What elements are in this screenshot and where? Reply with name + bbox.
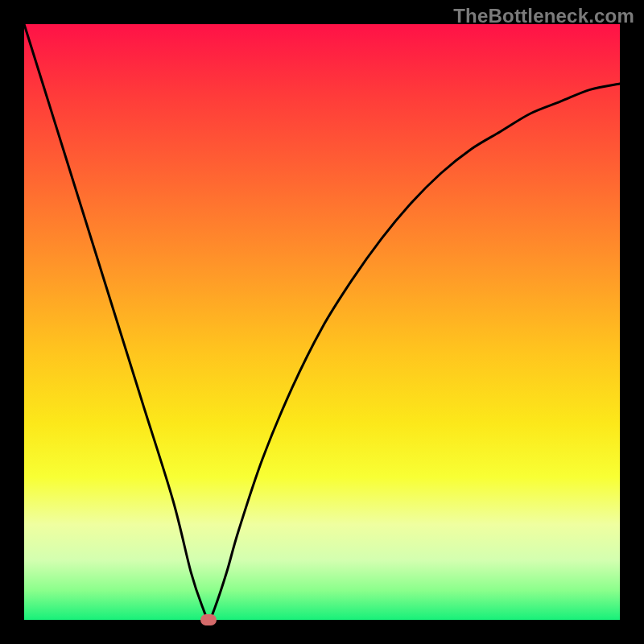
plot-area [24,24,620,620]
watermark-text: TheBottleneck.com [453,5,634,27]
optimum-marker [200,614,217,625]
chart-frame: TheBottleneck.com [0,0,644,644]
bottleneck-curve [24,24,620,620]
curve-svg [24,24,620,620]
